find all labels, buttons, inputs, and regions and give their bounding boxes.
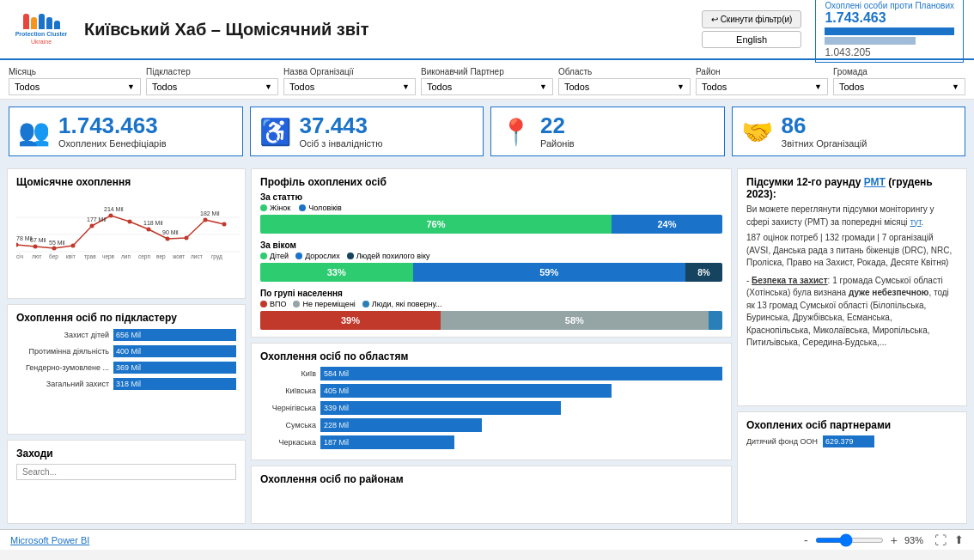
svg-point-13 bbox=[204, 218, 208, 222]
profile-group-title: По групі населення bbox=[260, 289, 722, 298]
svg-text:бер: бер bbox=[49, 253, 58, 260]
rmt-body: Ви можете переглянути підсумки моніторин… bbox=[746, 204, 958, 350]
kpi-orgs: 🤝 86 Звітних Організацій bbox=[732, 107, 966, 156]
target-bar1 bbox=[825, 27, 954, 35]
rmt-here-link[interactable]: тут bbox=[910, 217, 921, 227]
logo: Protection Cluster Ukraine bbox=[10, 14, 72, 44]
monthly-coverage-title: Щомісячне охоплення bbox=[16, 176, 236, 188]
zaхody-title: Заходи bbox=[16, 447, 236, 460]
svg-point-3 bbox=[16, 243, 19, 247]
filter-partner[interactable]: Виконавчий Партнер Todos▼ bbox=[421, 67, 553, 95]
svg-point-5 bbox=[52, 247, 57, 251]
svg-point-11 bbox=[166, 237, 170, 241]
svg-text:жовт: жовт bbox=[173, 253, 185, 259]
zoom-slider[interactable] bbox=[815, 538, 884, 543]
page-title: Київський Хаб – Щомісячний звіт bbox=[84, 20, 702, 40]
filter-label-month: Місяць bbox=[9, 67, 141, 76]
profile-title: Профіль охоплених осіб bbox=[260, 176, 722, 188]
svg-text:лип: лип bbox=[121, 253, 131, 259]
svg-point-10 bbox=[147, 228, 151, 232]
filter-rayon[interactable]: Район Todos▼ bbox=[696, 67, 828, 95]
svg-point-7 bbox=[90, 224, 94, 228]
filter-org[interactable]: Назва Організації Todos▼ bbox=[283, 67, 416, 95]
filter-label-subcluster: Підкластер bbox=[146, 67, 278, 76]
filters-row: Місяць Todos▼ Підкластер Todos▼ Назва Ор… bbox=[0, 60, 974, 100]
age-bar: 33% 59% 8% bbox=[260, 263, 722, 282]
kpi-beneficiaries: 👥 1.743.463 Охоплених Бенефіціарів bbox=[9, 107, 243, 156]
filter-label-rayon: Район bbox=[696, 67, 828, 76]
kpi-label-beneficiaries: Охоплених Бенефіціарів bbox=[58, 138, 167, 149]
kpi-label-orgs: Звітних Організацій bbox=[782, 138, 867, 149]
profile-panel: Профіль охоплених осіб За статтю Жінок Ч… bbox=[251, 168, 732, 338]
filter-hromada[interactable]: Громада Todos▼ bbox=[833, 67, 965, 95]
svg-text:177 Mil: 177 Mil bbox=[87, 216, 107, 222]
rmt-title: Підсумки 12-го раунду РМТ (грудень 2023)… bbox=[746, 176, 958, 200]
svg-point-12 bbox=[185, 236, 189, 240]
districts-panel: Охоплення осіб по районам bbox=[251, 466, 732, 524]
zaхody-panel: Заходи bbox=[7, 440, 246, 524]
svg-point-8 bbox=[109, 214, 113, 218]
rmt-link[interactable]: РМТ bbox=[864, 176, 886, 188]
right-column: Підсумки 12-го раунду РМТ (грудень 2023)… bbox=[737, 168, 967, 524]
subcluster-item-0: Захист дітей 656 Mil bbox=[16, 329, 236, 341]
filter-label-hromada: Громада bbox=[833, 67, 965, 76]
districts-title: Охоплення осіб по районам bbox=[260, 473, 722, 485]
target-value1: 1.743.463 bbox=[825, 10, 954, 26]
kpi-value-districts: 22 bbox=[540, 114, 575, 137]
region-item-4: Черкаська 187 Mil bbox=[260, 435, 722, 449]
subcluster-panel: Охоплення осіб по підкластеру Захист діт… bbox=[7, 304, 246, 435]
subcluster-item-2: Гендерно-зумовлене ... 369 Mil bbox=[16, 362, 236, 374]
share-icon[interactable]: ⬆ bbox=[954, 533, 964, 546]
filter-month[interactable]: Місяць Todos▼ bbox=[9, 67, 141, 95]
svg-text:серп: серп bbox=[138, 253, 150, 260]
partners-panel: Охоплених осіб партнерами Дитячий фонд О… bbox=[737, 411, 967, 524]
powerbi-link[interactable]: Microsoft Power BI bbox=[10, 535, 89, 545]
monthly-coverage-panel: Щомісячне охоплення bbox=[7, 168, 246, 299]
svg-text:118 Mil: 118 Mil bbox=[143, 220, 163, 226]
kpi-icon-orgs: 🤝 bbox=[741, 117, 773, 147]
subcluster-item-1: Протимінна діяльність 400 Mil bbox=[16, 345, 236, 357]
filter-oblast[interactable]: Область Todos▼ bbox=[558, 67, 691, 95]
zoom-controls: - + 93% ⛶ ⬆ bbox=[801, 533, 964, 547]
group-bar: 39% 58% bbox=[260, 311, 722, 330]
language-button[interactable]: English bbox=[702, 31, 802, 48]
region-item-0: Київ 584 Mil bbox=[260, 367, 722, 380]
partners-title: Охоплених осіб партнерами bbox=[746, 419, 958, 431]
svg-point-6 bbox=[71, 244, 76, 248]
svg-text:груд: груд bbox=[211, 253, 222, 260]
filter-subcluster[interactable]: Підкластер Todos▼ bbox=[146, 67, 278, 95]
target-bar2 bbox=[825, 37, 915, 45]
svg-text:55 Mil: 55 Mil bbox=[49, 240, 65, 246]
svg-text:квіт: квіт bbox=[66, 253, 76, 259]
svg-point-4 bbox=[33, 245, 38, 249]
svg-text:трав: трав bbox=[84, 253, 96, 260]
kpi-label-disability: Осіб з інвалідністю bbox=[300, 138, 383, 149]
kpi-icon-districts: 📍 bbox=[500, 117, 532, 147]
svg-text:черв: черв bbox=[102, 253, 115, 260]
svg-text:лист: лист bbox=[191, 253, 203, 259]
zaхody-search[interactable] bbox=[16, 464, 236, 480]
partner-item-0: Дитячий фонд ООН 629.379 bbox=[746, 435, 958, 447]
left-column: Щомісячне охоплення bbox=[7, 168, 246, 524]
bottom-bar: Microsoft Power BI - + 93% ⛶ ⬆ bbox=[0, 529, 974, 550]
kpi-value-orgs: 86 bbox=[782, 114, 867, 137]
monthly-coverage-chart: 78 Mil 67 Mil 55 Mil 177 Mil 214 Mil 118… bbox=[16, 192, 240, 260]
fullscreen-icon[interactable]: ⛶ bbox=[934, 533, 947, 547]
region-item-1: Київська 405 Mil bbox=[260, 384, 722, 398]
kpi-value-beneficiaries: 1.743.463 bbox=[58, 114, 167, 137]
profile-gender-title: За статтю bbox=[260, 192, 722, 202]
zoom-plus-button[interactable]: + bbox=[888, 533, 900, 547]
reset-filter-button[interactable]: ↩ Скинути фільтр(и) bbox=[702, 10, 802, 28]
svg-point-9 bbox=[128, 220, 132, 224]
svg-text:вер: вер bbox=[156, 253, 166, 260]
kpi-row: 👥 1.743.463 Охоплених Бенефіціарів ♿ 37.… bbox=[0, 100, 974, 163]
target-title: Охоплені особи проти Планових bbox=[825, 1, 954, 10]
kpi-value-disability: 37.443 bbox=[300, 114, 383, 137]
rmt-panel: Підсумки 12-го раунду РМТ (грудень 2023)… bbox=[737, 168, 967, 406]
profile-age-title: За віком bbox=[260, 240, 722, 250]
gender-bar: 76% 24% bbox=[260, 215, 722, 234]
zoom-minus-button[interactable]: - bbox=[801, 533, 811, 547]
region-item-2: Чернігівська 339 Mil bbox=[260, 401, 722, 415]
subcluster-title: Охоплення осіб по підкластеру bbox=[16, 312, 236, 324]
target-value2: 1.043.205 bbox=[825, 46, 954, 58]
